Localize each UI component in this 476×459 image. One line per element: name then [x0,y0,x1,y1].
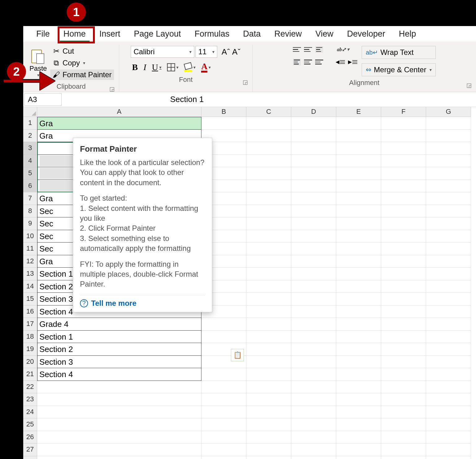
cell[interactable] [381,192,426,205]
cell[interactable] [381,368,426,381]
dialog-launcher-icon[interactable]: ◲ [243,79,248,84]
cell[interactable] [426,443,471,456]
cell[interactable] [336,293,381,305]
cell[interactable] [336,331,381,343]
formula-bar-content[interactable]: Section 1 [62,95,204,104]
cell[interactable] [246,456,291,459]
cell[interactable] [381,217,426,230]
underline-button[interactable]: U▾ [151,62,163,73]
cell[interactable] [381,117,426,130]
cell[interactable] [246,393,291,406]
cell[interactable] [291,406,336,419]
cell[interactable] [291,217,336,230]
cell[interactable] [381,180,426,193]
cell[interactable] [426,456,471,459]
cell[interactable] [426,192,471,205]
tab-file[interactable]: File [29,27,57,41]
cell[interactable] [336,142,381,155]
cell[interactable] [246,305,291,318]
cell[interactable] [37,393,201,406]
row-header[interactable]: 8 [23,205,37,218]
cell[interactable] [426,418,471,431]
cut-button[interactable]: ✂ Cut [50,46,114,56]
row-header[interactable]: 2 [23,130,37,142]
cell[interactable] [246,192,291,205]
cell[interactable] [201,443,246,456]
cell[interactable] [336,180,381,193]
cell[interactable] [37,381,201,394]
row-header[interactable]: 28 [23,456,37,459]
cell[interactable] [246,142,291,155]
cell[interactable] [426,268,471,280]
cell[interactable] [336,167,381,180]
cell[interactable] [246,431,291,444]
cell[interactable] [426,117,471,130]
cell[interactable]: Section 1 [37,331,201,343]
cell[interactable] [37,431,201,444]
cell[interactable] [291,318,336,331]
font-name-select[interactable]: Calibri ▾ [131,46,194,58]
cell[interactable] [381,205,426,218]
cell[interactable] [336,305,381,318]
row-header[interactable]: 4 [23,155,37,167]
cell[interactable] [246,368,291,381]
row-header[interactable]: 23 [23,393,37,406]
cell[interactable] [291,243,336,255]
chevron-down-icon[interactable]: ▾ [37,73,39,78]
row-header[interactable]: 16 [23,305,37,318]
cell[interactable] [291,393,336,406]
cell[interactable] [291,192,336,205]
cell[interactable] [426,293,471,305]
row-header[interactable]: 27 [23,443,37,456]
col-header-F[interactable]: F [381,107,426,117]
cell[interactable] [426,381,471,394]
dialog-launcher-icon[interactable]: ◲ [466,82,472,87]
cell[interactable] [336,230,381,243]
cell[interactable] [381,318,426,331]
dialog-launcher-icon[interactable]: ◲ [109,86,115,91]
cell[interactable] [426,142,471,155]
row-header[interactable]: 17 [23,318,37,331]
tab-data[interactable]: Data [236,27,267,41]
cell[interactable] [246,180,291,193]
row-header[interactable]: 14 [23,280,37,293]
cell[interactable] [291,255,336,268]
cell[interactable] [336,268,381,280]
cell[interactable] [291,381,336,394]
cell[interactable] [426,431,471,444]
cell[interactable] [37,443,201,456]
cell[interactable] [246,130,291,142]
cell[interactable]: Section 2 [37,343,201,356]
orientation-button[interactable]: ab⤢▾ [336,46,350,53]
cell[interactable] [246,406,291,419]
cell[interactable] [291,230,336,243]
grow-font-button[interactable]: Aˆ [222,47,230,57]
cell[interactable]: Grade 4 [37,318,201,331]
cell[interactable] [336,255,381,268]
cell[interactable] [246,205,291,218]
cell[interactable] [246,117,291,130]
cell[interactable] [381,293,426,305]
cell[interactable] [291,205,336,218]
align-right-button[interactable] [315,60,323,65]
col-header-C[interactable]: C [246,107,291,117]
cell[interactable]: Gra [37,117,201,130]
cell[interactable] [336,368,381,381]
row-header[interactable]: 10 [23,230,37,243]
cell[interactable] [426,406,471,419]
cell[interactable] [291,180,336,193]
cell[interactable] [381,268,426,280]
row-header[interactable]: 7 [23,192,37,205]
cell[interactable] [426,130,471,142]
row-header[interactable]: 26 [23,431,37,444]
col-header-B[interactable]: B [201,107,246,117]
cell[interactable] [291,331,336,343]
row-header[interactable]: 18 [23,331,37,343]
cell[interactable] [336,155,381,167]
cell[interactable] [246,243,291,255]
cell[interactable] [291,268,336,280]
cell[interactable] [291,343,336,356]
tab-developer[interactable]: Developer [340,27,392,41]
cell[interactable] [291,293,336,305]
wrap-text-button[interactable]: ab↵ Wrap Text [362,46,435,59]
